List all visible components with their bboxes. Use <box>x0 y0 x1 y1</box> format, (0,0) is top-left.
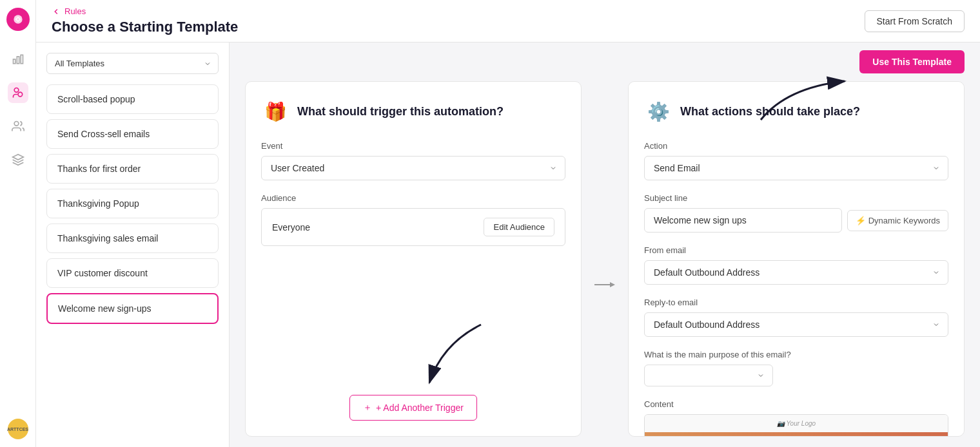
from-email-section: From email Default Outbound Address <box>644 245 948 285</box>
page-header: Rules Choose a Starting Template Start F… <box>36 0 980 43</box>
template-item-welcome-signup[interactable]: Welcome new sign-ups <box>46 293 219 324</box>
audience-value: Everyone <box>272 222 310 233</box>
chevron-left-icon <box>52 7 61 16</box>
dynamic-keywords-button[interactable]: ⚡ Dynamic Keywords <box>847 210 948 231</box>
add-trigger-label: + Add Another Trigger <box>376 403 464 413</box>
event-section: Event User Created <box>261 141 565 180</box>
action-select[interactable]: Send Email <box>644 156 948 180</box>
reply-to-label: Reply-to email <box>644 298 948 307</box>
start-from-scratch-button[interactable]: Start From Scratch <box>865 10 965 32</box>
template-item-first-order[interactable]: Thanks for first order <box>46 154 219 184</box>
preview-area: Use This Template 🎁 <box>230 43 980 447</box>
svg-rect-1 <box>13 59 15 64</box>
audience-box: Everyone Edit Audience <box>261 208 565 246</box>
template-item-vip-discount[interactable]: VIP customer discount <box>46 258 219 288</box>
action-panel-title: What actions should take place? <box>680 105 860 119</box>
action-panel: ⚙️ What actions should take place? Actio… <box>628 81 965 437</box>
template-item-thanksgiving-popup[interactable]: Thanksgiving Popup <box>46 189 219 218</box>
lightning-icon: ⚡ <box>856 216 866 225</box>
use-template-button[interactable]: Use This Template <box>859 50 965 73</box>
sidebar-item-audience[interactable] <box>8 116 28 137</box>
purpose-section: What is the main purpose of this email? <box>644 350 948 386</box>
user-avatar[interactable]: ARTTCES <box>8 419 28 439</box>
content-area: All Templates Scroll-based popup Send Cr… <box>36 43 980 447</box>
trigger-panel-title: What should trigger this automation? <box>297 105 504 119</box>
sidebar: ARTTCES <box>0 0 36 447</box>
trigger-panel-header: 🎁 What should trigger this automation? <box>261 97 565 126</box>
subject-label: Subject line <box>644 193 948 203</box>
svg-point-5 <box>14 122 19 126</box>
preview-panels: 🎁 What should trigger this automation? E… <box>230 81 980 447</box>
subject-section: Subject line ⚡ Dynamic Keywords <box>644 193 948 233</box>
main-content: Rules Choose a Starting Template Start F… <box>36 0 980 447</box>
action-panel-header: ⚙️ What actions should take place? <box>644 97 948 126</box>
action-icon: ⚙️ <box>644 97 672 126</box>
action-section: Action Send Email <box>644 141 948 180</box>
template-item-scroll-popup[interactable]: Scroll-based popup <box>46 84 219 114</box>
content-label: Content <box>644 399 948 409</box>
svg-marker-9 <box>610 282 615 287</box>
template-filter-select[interactable]: All Templates <box>46 53 219 74</box>
svg-marker-6 <box>12 155 23 160</box>
purpose-select[interactable] <box>644 365 773 386</box>
sidebar-item-layers[interactable] <box>8 149 28 170</box>
svg-rect-2 <box>17 57 19 64</box>
svg-point-0 <box>14 15 22 23</box>
template-list: Scroll-based popup Send Cross-sell email… <box>46 84 219 324</box>
arrow-connector <box>592 81 618 437</box>
breadcrumb[interactable]: Rules <box>52 6 238 16</box>
audience-label: Audience <box>261 193 565 203</box>
content-preview-header: 📷 Your Logo <box>645 415 948 432</box>
audience-section: Audience Everyone Edit Audience <box>261 193 565 246</box>
trigger-icon: 🎁 <box>261 97 289 126</box>
event-label: Event <box>261 141 565 151</box>
content-preview-image: Thank You <box>645 432 948 437</box>
content-preview: 📷 Your Logo Thank You <box>644 414 948 437</box>
logo-placeholder: 📷 Your Logo <box>777 420 816 427</box>
preview-toolbar: Use This Template <box>230 43 980 81</box>
trigger-panel: 🎁 What should trigger this automation? E… <box>245 81 582 437</box>
template-item-thanksgiving-sales[interactable]: Thanksgiving sales email <box>46 224 219 253</box>
reply-to-section: Reply-to email Default Outbound Address <box>644 298 948 337</box>
template-sidebar: All Templates Scroll-based popup Send Cr… <box>36 43 230 447</box>
event-select[interactable]: User Created <box>261 156 565 180</box>
app-logo[interactable] <box>6 8 30 31</box>
breadcrumb-label: Rules <box>64 6 86 16</box>
page-title: Choose a Starting Template <box>52 19 238 35</box>
sidebar-item-campaigns[interactable] <box>8 82 28 103</box>
from-email-select[interactable]: Default Outbound Address <box>644 260 948 285</box>
edit-audience-button[interactable]: Edit Audience <box>484 218 554 236</box>
subject-input[interactable] <box>644 208 842 233</box>
action-label: Action <box>644 141 948 151</box>
add-trigger-button[interactable]: ＋ + Add Another Trigger <box>349 395 477 421</box>
svg-rect-3 <box>21 55 23 63</box>
from-email-label: From email <box>644 245 948 255</box>
template-item-cross-sell[interactable]: Send Cross-sell emails <box>46 119 219 149</box>
purpose-label: What is the main purpose of this email? <box>644 350 948 359</box>
sidebar-item-analytics[interactable] <box>8 49 28 70</box>
reply-to-select[interactable]: Default Outbound Address <box>644 312 948 337</box>
subject-row: ⚡ Dynamic Keywords <box>644 208 948 233</box>
content-section: Content 📷 Your Logo Thank You <box>644 399 948 437</box>
dynamic-keywords-label: Dynamic Keywords <box>868 216 940 225</box>
plus-icon: ＋ <box>363 402 372 414</box>
svg-point-4 <box>14 88 19 93</box>
